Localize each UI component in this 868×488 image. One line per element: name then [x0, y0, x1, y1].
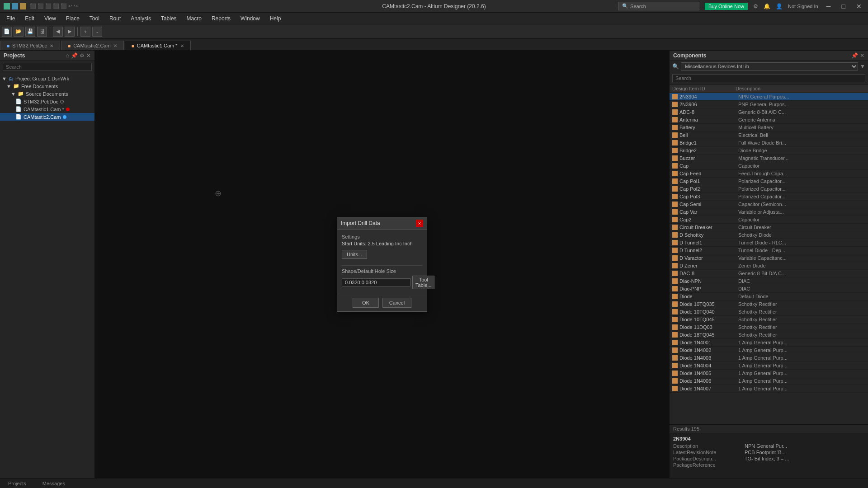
- list-item[interactable]: Buzzer Magnetic Transducer...: [670, 155, 868, 162]
- tool-table-button[interactable]: Tool Table...: [412, 276, 434, 289]
- list-item[interactable]: Diode Default Diode: [670, 293, 868, 300]
- list-item[interactable]: Cap Pol2 Polarized Capacitor...: [670, 185, 868, 193]
- panel-icon-pin[interactable]: 📌: [71, 52, 78, 59]
- notification-icon[interactable]: 🔔: [764, 3, 770, 9]
- list-item[interactable]: Diac-PNP DIAC: [670, 285, 868, 293]
- tool-save[interactable]: 💾: [25, 27, 35, 37]
- global-search-bar[interactable]: 🔍 Search: [618, 2, 699, 10]
- dialog-close-button[interactable]: ×: [416, 220, 423, 227]
- restore-button[interactable]: □: [839, 3, 848, 10]
- menu-macro[interactable]: Macro: [182, 14, 206, 23]
- list-item[interactable]: Cap2 Capacitor: [670, 216, 868, 224]
- menu-tables[interactable]: Tables: [156, 14, 181, 23]
- list-item[interactable]: Cap Var Variable or Adjusta...: [670, 208, 868, 216]
- list-item[interactable]: Diode 10TQ040 Schottky Rectifier: [670, 308, 868, 316]
- tool-zoom-in[interactable]: +: [80, 27, 90, 37]
- hole-size-input[interactable]: [342, 278, 410, 286]
- list-item[interactable]: Circuit Breaker Circuit Breaker: [670, 224, 868, 231]
- canvas-area[interactable]: ⊕ Import Drill Data × Settings Start Uni…: [95, 51, 669, 478]
- menu-reports[interactable]: Reports: [207, 14, 235, 23]
- list-item[interactable]: Diac-NPN DIAC: [670, 277, 868, 285]
- list-item[interactable]: D Tunnel1 Tunnel Diode - RLC...: [670, 239, 868, 247]
- gear-icon[interactable]: ⚙: [753, 3, 758, 9]
- ok-button[interactable]: OK: [353, 298, 379, 308]
- menu-tool[interactable]: Tool: [85, 14, 104, 23]
- tree-source-docs[interactable]: ▼ 📁 Source Documents: [0, 90, 94, 98]
- menu-place[interactable]: Place: [61, 14, 84, 23]
- list-item[interactable]: Diode 1N4003 1 Amp General Purp...: [670, 354, 868, 362]
- list-item[interactable]: 2N3904 NPN General Purpos...: [670, 93, 868, 101]
- projects-search-input[interactable]: [3, 63, 92, 71]
- list-item[interactable]: Diode 18TQ045 Schottky Rectifier: [670, 331, 868, 339]
- list-item[interactable]: 2N3906 PNP General Purpos...: [670, 101, 868, 108]
- menu-help[interactable]: Help: [265, 14, 286, 23]
- menu-edit[interactable]: Edit: [20, 14, 39, 23]
- filter-icon[interactable]: 🔍: [672, 63, 679, 70]
- list-item[interactable]: D Schottky Schottky Diode: [670, 231, 868, 239]
- tab-cam2-close[interactable]: ✕: [113, 43, 117, 48]
- tool-open[interactable]: 📂: [14, 27, 24, 37]
- panel-icon-close[interactable]: ✕: [86, 52, 91, 59]
- tab-camtastic1[interactable]: ■ CAMtastic1.Cam * ✕: [125, 41, 191, 50]
- menu-view[interactable]: View: [40, 14, 61, 23]
- tree-camtastic1[interactable]: 📄 CAMtastic1.Cam *: [0, 105, 94, 113]
- list-item[interactable]: D Tunnel2 Tunnel Diode - Dep...: [670, 247, 868, 254]
- list-item[interactable]: Bridge1 Full Wave Diode Bri...: [670, 139, 868, 147]
- tool-new[interactable]: 📄: [2, 27, 12, 37]
- comp-panel-close[interactable]: ✕: [860, 52, 864, 59]
- list-item[interactable]: Cap Feed Feed-Through Capa...: [670, 170, 868, 178]
- menu-rout[interactable]: Rout: [105, 14, 125, 23]
- tool-save-all[interactable]: 🗄: [37, 27, 47, 37]
- list-item[interactable]: Bridge2 Diode Bridge: [670, 147, 868, 155]
- menu-file[interactable]: File: [2, 14, 19, 23]
- library-dropdown-icon[interactable]: ▼: [860, 63, 865, 70]
- list-item[interactable]: Battery Multicell Battery: [670, 124, 868, 131]
- minimize-button[interactable]: ─: [824, 3, 834, 10]
- list-item[interactable]: Cap Pol1 Polarized Capacitor...: [670, 178, 868, 185]
- tab-stm32[interactable]: ■ STM32.PcbDoc ✕: [0, 41, 60, 50]
- list-item[interactable]: D Zener Zener Diode: [670, 262, 868, 270]
- status-tab-projects[interactable]: Projects: [4, 479, 31, 488]
- list-item[interactable]: Bell Electrical Bell: [670, 131, 868, 139]
- tool-nav-back[interactable]: ◀: [53, 27, 63, 37]
- list-item[interactable]: Cap Semi Capacitor (Semicon...: [670, 201, 868, 208]
- list-item[interactable]: Diode 11DQ03 Schottky Rectifier: [670, 324, 868, 331]
- list-item[interactable]: Diode 1N4006 1 Amp General Purp...: [670, 377, 868, 385]
- close-button[interactable]: ✕: [854, 3, 864, 10]
- user-icon[interactable]: 👤: [776, 3, 783, 9]
- status-tab-messages[interactable]: Messages: [38, 479, 70, 488]
- list-item[interactable]: Cap Capacitor: [670, 162, 868, 170]
- tree-project-group[interactable]: ▼ 🗂 Project Group 1.DsnWrk: [0, 75, 94, 82]
- list-item[interactable]: ADC-8 Generic 8-Bit A/D C...: [670, 108, 868, 116]
- list-item[interactable]: Diode 10TQ045 Schottky Rectifier: [670, 316, 868, 324]
- tab-cam1-close[interactable]: ✕: [180, 43, 184, 48]
- tree-stm32[interactable]: 📄 STM32.PcbDoc: [0, 98, 94, 105]
- list-item[interactable]: Antenna Generic Antenna: [670, 116, 868, 124]
- buy-online-button[interactable]: Buy Online Now: [705, 3, 748, 10]
- tab-camtastic2[interactable]: ■ CAMtastic2.Cam ✕: [61, 41, 124, 50]
- list-item[interactable]: Diode 1N4002 1 Amp General Purp...: [670, 347, 868, 354]
- list-item[interactable]: D Varactor Variable Capacitanc...: [670, 254, 868, 262]
- list-item[interactable]: Diode 1N4005 1 Amp General Purp...: [670, 370, 868, 377]
- list-item[interactable]: DAC-8 Generic 8-Bit D/A C...: [670, 270, 868, 277]
- units-button[interactable]: Units...: [342, 250, 367, 259]
- tree-free-docs[interactable]: ▼ 📁 Free Documents: [0, 82, 94, 90]
- list-item[interactable]: Diode 1N4001 1 Amp General Purp...: [670, 339, 868, 347]
- menu-window[interactable]: Window: [236, 14, 264, 23]
- panel-icon-home[interactable]: ⌂: [66, 52, 69, 59]
- tool-zoom-out[interactable]: -: [92, 27, 102, 37]
- tree-camtastic2[interactable]: 📄 CAMtastic2.Cam: [0, 113, 94, 121]
- cancel-button[interactable]: Cancel: [382, 298, 411, 308]
- library-select[interactable]: Miscellaneous Devices.IntLib: [681, 62, 858, 70]
- list-item[interactable]: Diode 1N4004 1 Amp General Purp...: [670, 362, 868, 370]
- comp-item-id: Cap Feed: [679, 171, 738, 176]
- tool-nav-fwd[interactable]: ▶: [65, 27, 75, 37]
- comp-panel-pin[interactable]: 📌: [851, 52, 858, 59]
- list-item[interactable]: Diode 10TQ035 Schottky Rectifier: [670, 300, 868, 308]
- tab-stm32-close[interactable]: ✕: [50, 43, 53, 48]
- menu-analysis[interactable]: Analysis: [126, 14, 156, 23]
- panel-icon-settings[interactable]: ⚙: [80, 52, 85, 59]
- list-item[interactable]: Diode 1N4007 1 Amp General Purp...: [670, 385, 868, 393]
- list-item[interactable]: Cap Pol3 Polarized Capacitor...: [670, 193, 868, 201]
- comp-search-input[interactable]: [672, 74, 865, 82]
